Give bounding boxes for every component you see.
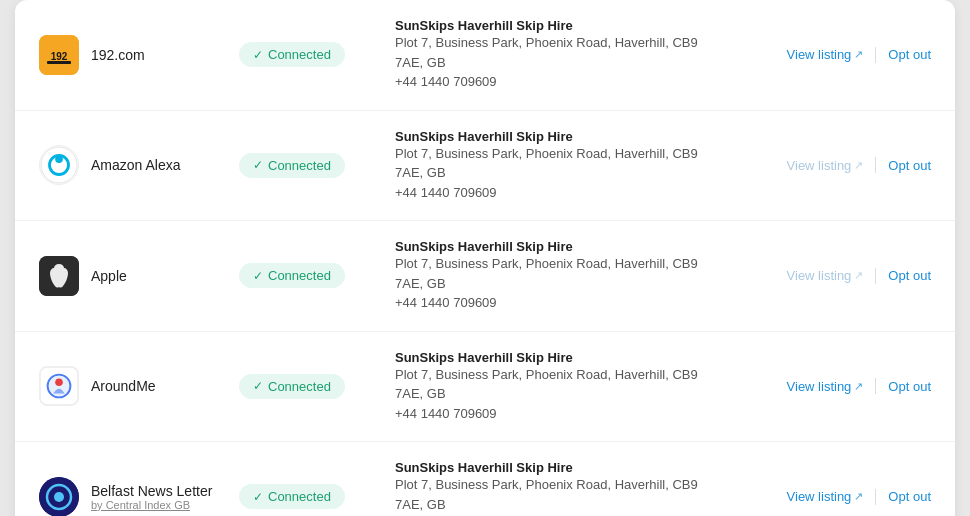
actions-divider-apple	[875, 268, 876, 284]
brand-col-apple: Apple	[39, 256, 239, 296]
external-link-icon-belfast-news-letter: ↗	[854, 490, 863, 503]
actions-divider-aroundme	[875, 378, 876, 394]
listing-info-col-aroundme: SunSkips Haverhill Skip Hire Plot 7, Bus…	[379, 350, 731, 424]
actions-col-192com: View listing ↗ Opt out	[731, 47, 931, 63]
opt-out-label-apple: Opt out	[888, 268, 931, 283]
listing-row-belfast-news-letter: Belfast News Letter by Central Index GB …	[15, 442, 955, 516]
svg-point-9	[55, 379, 63, 387]
status-badge-aroundme: ✓ Connected	[239, 374, 345, 399]
listing-name-192com: SunSkips Haverhill Skip Hire	[395, 18, 731, 33]
opt-out-link-amazon-alexa[interactable]: Opt out	[888, 158, 931, 173]
brand-name-aroundme: AroundMe	[91, 378, 156, 394]
brand-name-192com: 192.com	[91, 47, 145, 63]
listing-name-apple: SunSkips Haverhill Skip Hire	[395, 239, 731, 254]
opt-out-label-aroundme: Opt out	[888, 379, 931, 394]
opt-out-link-aroundme[interactable]: Opt out	[888, 379, 931, 394]
listing-address-belfast-news-letter: Plot 7, Business Park, Phoenix Road, Hav…	[395, 475, 731, 516]
brand-col-aroundme: AroundMe	[39, 366, 239, 406]
listings-card: 192 192.com ✓ Connected SunSkips Haverhi…	[15, 0, 955, 516]
view-listing-label-192com: View listing	[787, 47, 852, 62]
brand-col-belfast-news-letter: Belfast News Letter by Central Index GB	[39, 477, 239, 516]
view-listing-label-aroundme: View listing	[787, 379, 852, 394]
actions-divider-192com	[875, 47, 876, 63]
status-label-apple: Connected	[268, 268, 331, 283]
listing-address-amazon-alexa: Plot 7, Business Park, Phoenix Road, Hav…	[395, 144, 731, 203]
opt-out-label-belfast-news-letter: Opt out	[888, 489, 931, 504]
status-col-amazon-alexa: ✓ Connected	[239, 153, 379, 178]
brand-name-apple: Apple	[91, 268, 127, 284]
check-icon-aroundme: ✓	[253, 379, 263, 393]
brand-name-wrap-apple: Apple	[91, 268, 127, 284]
view-listing-label-belfast-news-letter: View listing	[787, 489, 852, 504]
listing-info-col-amazon-alexa: SunSkips Haverhill Skip Hire Plot 7, Bus…	[379, 129, 731, 203]
listing-row-amazon-alexa: Amazon Alexa ✓ Connected SunSkips Haverh…	[15, 111, 955, 222]
view-listing-label-apple: View listing	[787, 268, 852, 283]
svg-point-3	[41, 147, 77, 183]
brand-logo-amazon-alexa	[39, 145, 79, 185]
status-col-belfast-news-letter: ✓ Connected	[239, 484, 379, 509]
status-label-belfast-news-letter: Connected	[268, 489, 331, 504]
check-icon-192com: ✓	[253, 48, 263, 62]
brand-name-wrap-belfast-news-letter: Belfast News Letter by Central Index GB	[91, 483, 212, 511]
brand-logo-192com: 192	[39, 35, 79, 75]
brand-name-amazon-alexa: Amazon Alexa	[91, 157, 181, 173]
status-label-aroundme: Connected	[268, 379, 331, 394]
status-col-192com: ✓ Connected	[239, 42, 379, 67]
opt-out-label-amazon-alexa: Opt out	[888, 158, 931, 173]
svg-point-12	[54, 492, 64, 502]
brand-sub-belfast-news-letter: by Central Index GB	[91, 499, 212, 511]
check-icon-amazon-alexa: ✓	[253, 158, 263, 172]
listing-row-192com: 192 192.com ✓ Connected SunSkips Haverhi…	[15, 0, 955, 111]
check-icon-apple: ✓	[253, 269, 263, 283]
listing-address-aroundme: Plot 7, Business Park, Phoenix Road, Hav…	[395, 365, 731, 424]
view-listing-link-amazon-alexa[interactable]: View listing ↗	[787, 158, 876, 173]
status-badge-amazon-alexa: ✓ Connected	[239, 153, 345, 178]
listing-info-col-apple: SunSkips Haverhill Skip Hire Plot 7, Bus…	[379, 239, 731, 313]
external-link-icon-192com: ↗	[854, 48, 863, 61]
svg-text:192: 192	[51, 51, 68, 62]
actions-col-belfast-news-letter: View listing ↗ Opt out	[731, 489, 931, 505]
listing-row-aroundme: AroundMe ✓ Connected SunSkips Haverhill …	[15, 332, 955, 443]
listing-row-apple: Apple ✓ Connected SunSkips Haverhill Ski…	[15, 221, 955, 332]
external-link-icon-aroundme: ↗	[854, 380, 863, 393]
opt-out-link-apple[interactable]: Opt out	[888, 268, 931, 283]
brand-logo-apple	[39, 256, 79, 296]
view-listing-link-belfast-news-letter[interactable]: View listing ↗	[787, 489, 876, 504]
view-listing-link-aroundme[interactable]: View listing ↗	[787, 379, 876, 394]
brand-name-wrap-aroundme: AroundMe	[91, 378, 156, 394]
actions-divider-amazon-alexa	[875, 157, 876, 173]
status-badge-192com: ✓ Connected	[239, 42, 345, 67]
listing-address-192com: Plot 7, Business Park, Phoenix Road, Hav…	[395, 33, 731, 92]
brand-logo-belfast-news-letter	[39, 477, 79, 516]
listing-info-col-192com: SunSkips Haverhill Skip Hire Plot 7, Bus…	[379, 18, 731, 92]
brand-name-wrap-amazon-alexa: Amazon Alexa	[91, 157, 181, 173]
svg-point-5	[55, 156, 63, 164]
opt-out-link-belfast-news-letter[interactable]: Opt out	[888, 489, 931, 504]
view-listing-link-apple[interactable]: View listing ↗	[787, 268, 876, 283]
listing-address-apple: Plot 7, Business Park, Phoenix Road, Hav…	[395, 254, 731, 313]
status-col-apple: ✓ Connected	[239, 263, 379, 288]
status-badge-belfast-news-letter: ✓ Connected	[239, 484, 345, 509]
actions-divider-belfast-news-letter	[875, 489, 876, 505]
status-col-aroundme: ✓ Connected	[239, 374, 379, 399]
status-label-192com: Connected	[268, 47, 331, 62]
brand-logo-aroundme	[39, 366, 79, 406]
actions-col-aroundme: View listing ↗ Opt out	[731, 378, 931, 394]
brand-col-amazon-alexa: Amazon Alexa	[39, 145, 239, 185]
view-listing-link-192com[interactable]: View listing ↗	[787, 47, 876, 62]
check-icon-belfast-news-letter: ✓	[253, 490, 263, 504]
external-link-icon-apple: ↗	[854, 269, 863, 282]
brand-name-belfast-news-letter: Belfast News Letter	[91, 483, 212, 499]
opt-out-label-192com: Opt out	[888, 47, 931, 62]
brand-sub-link-belfast-news-letter[interactable]: by Central Index GB	[91, 499, 190, 511]
actions-col-apple: View listing ↗ Opt out	[731, 268, 931, 284]
svg-rect-2	[47, 61, 71, 64]
brand-name-wrap-192com: 192.com	[91, 47, 145, 63]
opt-out-link-192com[interactable]: Opt out	[888, 47, 931, 62]
listing-name-belfast-news-letter: SunSkips Haverhill Skip Hire	[395, 460, 731, 475]
listing-name-aroundme: SunSkips Haverhill Skip Hire	[395, 350, 731, 365]
listing-info-col-belfast-news-letter: SunSkips Haverhill Skip Hire Plot 7, Bus…	[379, 460, 731, 516]
status-label-amazon-alexa: Connected	[268, 158, 331, 173]
status-badge-apple: ✓ Connected	[239, 263, 345, 288]
view-listing-label-amazon-alexa: View listing	[787, 158, 852, 173]
